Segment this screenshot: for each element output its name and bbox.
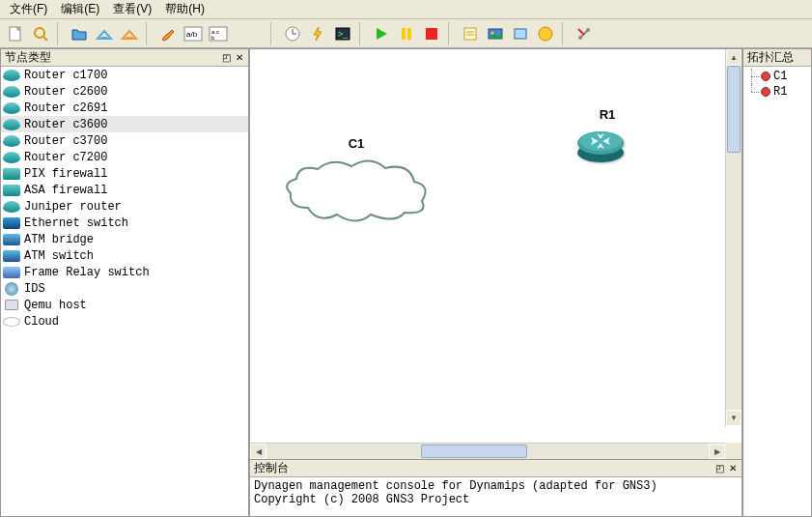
svg-line-28 (578, 29, 584, 35)
list-item[interactable]: Router c3700 (1, 132, 248, 149)
menu-bar: 文件(F) 编辑(E) 查看(V) 帮助(H) (0, 0, 812, 19)
console-title-bar: 控制台 ◰ ✕ (250, 460, 742, 477)
node-type-list: Router c1700 Router c2600 Router c2691 R… (1, 67, 248, 516)
topology-tree: C1 R1 (743, 67, 811, 101)
clock-icon[interactable] (281, 22, 304, 45)
horizontal-scrollbar[interactable]: ◀ ▶ (250, 443, 725, 459)
note-icon[interactable] (459, 22, 482, 45)
scroll-left-icon[interactable]: ◀ (250, 444, 266, 459)
list-item[interactable]: Juniper router (1, 198, 248, 215)
close-icon[interactable]: ✕ (233, 51, 246, 65)
list-item[interactable]: ASA firewall (1, 182, 248, 198)
svg-point-1 (35, 28, 44, 38)
svg-line-2 (43, 37, 47, 41)
undock-icon[interactable]: ◰ (219, 51, 233, 65)
console-title: 控制台 (254, 460, 289, 476)
svg-rect-18 (464, 28, 476, 40)
list-item[interactable]: Router c2691 (1, 100, 248, 116)
console-line: Dynagen management console for Dynamips … (254, 479, 738, 493)
terminal-icon[interactable]: >_ (331, 22, 354, 45)
svg-rect-23 (515, 29, 526, 39)
cloud-label: C1 (279, 136, 434, 151)
vertical-scrollbar[interactable]: ▲ ▼ (725, 49, 742, 426)
svg-rect-4 (126, 37, 132, 40)
list-item[interactable]: IDS (1, 280, 248, 297)
list-item[interactable]: Cloud (1, 313, 248, 330)
topology-panel: 拓扑汇总 C1 R1 (742, 48, 812, 517)
menu-help[interactable]: 帮助(H) (159, 0, 210, 18)
text-ab2-icon[interactable]: a.cb (207, 22, 230, 45)
toolbar: a/b a.cb >_ (0, 19, 812, 48)
console-line: Copyright (c) 2008 GNS3 Project (254, 493, 738, 506)
list-item[interactable]: Router c2600 (1, 83, 248, 100)
save-icon[interactable] (93, 22, 116, 45)
svg-rect-15 (402, 28, 406, 40)
node-types-title: 节点类型 (5, 49, 51, 66)
brush-icon[interactable] (156, 22, 180, 45)
console-output[interactable]: Dynagen management console for Dynamips … (250, 477, 742, 516)
canvas-router-node[interactable]: R1 (574, 107, 641, 164)
pause-icon[interactable] (395, 22, 418, 45)
list-item[interactable]: Qemu host (1, 297, 248, 313)
status-dot-icon (761, 87, 770, 97)
scroll-down-icon[interactable]: ▼ (726, 410, 742, 426)
circle-shape-icon[interactable] (534, 22, 557, 45)
play-icon[interactable] (370, 22, 393, 45)
link-icon[interactable] (573, 22, 596, 45)
scroll-thumb[interactable] (727, 66, 741, 153)
menu-file[interactable]: 文件(F) (4, 0, 53, 18)
canvas-cloud-node[interactable]: C1 (279, 136, 434, 232)
topology-item[interactable]: R1 (745, 84, 809, 100)
svg-rect-3 (101, 37, 107, 40)
stop-icon[interactable] (420, 22, 443, 45)
svg-text:>_: >_ (338, 29, 349, 39)
scroll-thumb[interactable] (421, 445, 527, 458)
svg-rect-17 (426, 28, 437, 40)
svg-point-31 (579, 131, 622, 151)
menu-edit[interactable]: 编辑(E) (55, 0, 105, 18)
list-item[interactable]: ATM switch (1, 247, 248, 264)
svg-point-24 (539, 27, 552, 41)
list-item[interactable]: Ethernet switch (1, 215, 248, 231)
list-item[interactable]: PIX firewall (1, 165, 248, 182)
rect-shape-icon[interactable] (509, 22, 532, 45)
topology-title-bar: 拓扑汇总 (743, 49, 811, 67)
canvas-area[interactable]: C1 R1 (249, 48, 742, 460)
scroll-right-icon[interactable]: ▶ (709, 444, 725, 459)
scroll-up-icon[interactable]: ▲ (726, 49, 742, 66)
list-item[interactable]: Frame Relay switch (1, 264, 248, 280)
topology-item[interactable]: C1 (745, 69, 809, 84)
new-file-icon[interactable] (4, 22, 27, 45)
undock-icon[interactable]: ◰ (713, 462, 726, 475)
node-types-title-bar: 节点类型 ◰ ✕ (1, 49, 248, 67)
list-item[interactable]: ATM bridge (1, 231, 248, 247)
list-item[interactable]: Router c3600 (1, 116, 248, 132)
text-ab-icon[interactable]: a/b (182, 22, 205, 45)
console-panel: 控制台 ◰ ✕ Dynagen management console for D… (249, 459, 742, 517)
svg-rect-16 (407, 28, 411, 40)
open-folder-icon[interactable] (68, 22, 91, 45)
menu-view[interactable]: 查看(V) (107, 0, 157, 18)
list-item[interactable]: Router c7200 (1, 149, 248, 165)
topology-title: 拓扑汇总 (747, 49, 794, 66)
export-icon[interactable] (118, 22, 141, 45)
lightning-icon[interactable] (306, 22, 329, 45)
router-label: R1 (574, 107, 641, 122)
search-icon[interactable] (29, 22, 52, 45)
image-icon[interactable] (484, 22, 507, 45)
status-dot-icon (761, 72, 770, 81)
svg-text:a/b: a/b (186, 30, 198, 39)
svg-point-22 (491, 31, 494, 34)
node-types-panel: 节点类型 ◰ ✕ Router c1700 Router c2600 Route… (0, 48, 249, 517)
list-item[interactable]: Router c1700 (1, 67, 248, 83)
close-icon[interactable]: ✕ (726, 462, 740, 475)
